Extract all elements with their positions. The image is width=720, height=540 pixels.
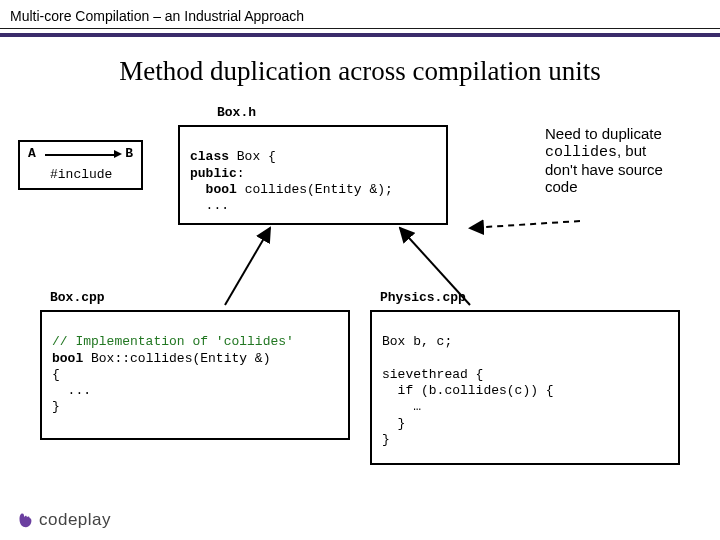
logo-text: codeplay [39, 510, 111, 529]
divider [0, 28, 720, 32]
label-box-cpp: Box.cpp [50, 290, 105, 305]
include-B: B [125, 146, 133, 161]
label-physics-cpp: Physics.cpp [380, 290, 466, 305]
annotation-note: Need to duplicate collides, but don't ha… [545, 125, 710, 195]
code-box-h: class Box { public: bool collides(Entity… [190, 149, 393, 213]
label-box-h: Box.h [217, 105, 256, 120]
header-subtitle: Multi-core Compilation – an Industrial A… [0, 0, 720, 28]
codebox-physics-cpp: Box b, c; sievethread { if (b.collides(c… [370, 310, 680, 465]
include-diagram: A B #include [18, 140, 143, 190]
include-label: #include [50, 167, 112, 182]
codebox-box-h: class Box { public: bool collides(Entity… [178, 125, 448, 225]
content-stage: Box.h class Box { public: bool collides(… [0, 105, 720, 535]
note-line2: don't have source [545, 161, 663, 178]
include-arrow-head [114, 150, 122, 158]
logo: codeplay [14, 508, 111, 530]
code-box-cpp-body: bool Box::collides(Entity &) { ... } [52, 351, 270, 415]
page-title: Method duplication across compilation un… [0, 56, 720, 87]
hand-icon [14, 508, 36, 530]
code-box-cpp-comment: // Implementation of 'collides' [52, 334, 294, 349]
note-line1b-rest: , but [617, 142, 646, 159]
svg-line-0 [225, 228, 270, 305]
codebox-box-cpp: // Implementation of 'collides' bool Box… [40, 310, 350, 440]
include-arrow-line [45, 154, 115, 156]
include-A: A [28, 146, 36, 161]
code-physics-cpp: Box b, c; sievethread { if (b.collides(c… [382, 334, 554, 447]
note-line1a: Need to duplicate [545, 125, 662, 142]
note-line3: code [545, 178, 578, 195]
svg-line-2 [470, 221, 580, 228]
note-code: collides [545, 144, 617, 161]
